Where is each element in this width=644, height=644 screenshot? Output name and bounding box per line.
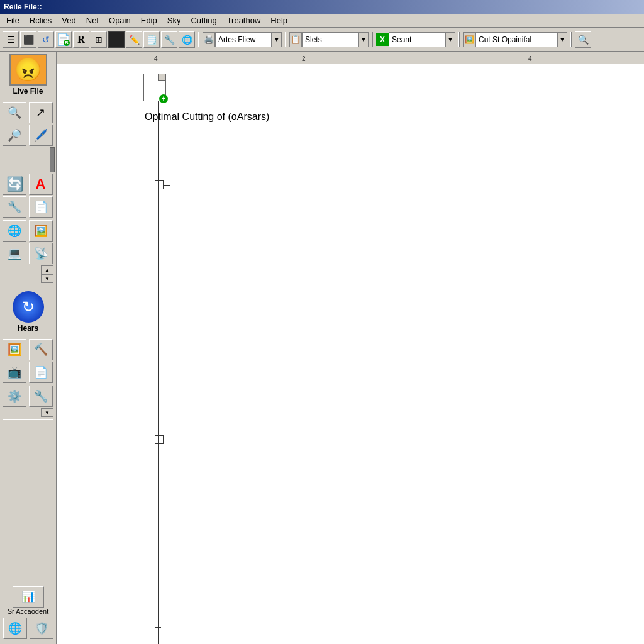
combo-artes: 🖨️ Artes Fliew ▼ bbox=[203, 32, 282, 47]
sidebar-divider-2 bbox=[3, 419, 53, 420]
combo-cut-icon: 🖼️ bbox=[463, 32, 475, 47]
menu-sky[interactable]: Sky bbox=[162, 14, 186, 26]
sidebar-tools-3: 🌐 🖼️ 💻 📡 bbox=[0, 219, 56, 265]
canvas-title: Optimal Cutting of (oArsars) bbox=[145, 111, 269, 123]
tool-rotate[interactable]: 🔄 bbox=[3, 174, 26, 195]
scroll-up[interactable]: ▲ bbox=[41, 265, 53, 274]
doc-green-plus: + bbox=[159, 94, 168, 103]
tool-globe2[interactable]: 🌐 bbox=[3, 220, 26, 242]
tool-pic[interactable]: 🖼️ bbox=[29, 220, 53, 242]
title-text: Reile File:: bbox=[4, 3, 42, 11]
combo-slets-icon: 📋 bbox=[289, 32, 302, 47]
doc-page: + bbox=[143, 74, 166, 101]
combo-seant-icon: X bbox=[376, 33, 389, 46]
toolbar-btn-4[interactable]: 📄 R bbox=[55, 31, 72, 48]
combo-slets-text[interactable]: Slets bbox=[302, 32, 358, 47]
menu-opain[interactable]: Opain bbox=[104, 14, 136, 26]
footer-icon-main[interactable]: 📊 bbox=[13, 586, 44, 608]
toolbar-btn-6[interactable]: 🔧 bbox=[161, 31, 177, 48]
combo-cut-arrow[interactable]: ▼ bbox=[557, 32, 567, 47]
toolbar-btn-r[interactable]: R bbox=[73, 31, 89, 48]
accaodent-label: Sr Accaodent bbox=[8, 608, 48, 615]
sidebar: 😠 Live File 🔍 ↗ 🔎 🖊️ 🔄 A 🔧 📄 🌐 🖼️ 💻 bbox=[0, 52, 57, 644]
tool-magnify[interactable]: 🔍 bbox=[3, 102, 26, 123]
combo-seant-arrow[interactable]: ▼ bbox=[445, 32, 455, 47]
tool-antenna[interactable]: 📡 bbox=[29, 243, 53, 264]
h-tick-lower bbox=[155, 627, 161, 628]
sidebar-tools-1: 🔍 ↗ 🔎 🖊️ bbox=[0, 101, 56, 147]
menu-net[interactable]: Net bbox=[81, 14, 104, 26]
toolbar-btn-2[interactable]: ⬛ bbox=[20, 31, 36, 48]
menu-treathow[interactable]: Treathow bbox=[222, 14, 266, 26]
combo-slets: 📋 Slets ▼ bbox=[289, 32, 369, 47]
toolbar-sep-1 bbox=[198, 32, 199, 47]
footer-icon-row: 🌐 🛡️ bbox=[3, 618, 53, 639]
ruler-top: 4 2 4 bbox=[57, 52, 644, 64]
rect-marker-bottom bbox=[155, 435, 164, 444]
live-file-label: Live File bbox=[13, 87, 43, 96]
menu-edip[interactable]: Edip bbox=[136, 14, 162, 26]
h-tick-mid bbox=[155, 291, 161, 291]
combo-cut-text[interactable]: Cut St Opainifal bbox=[475, 32, 557, 47]
scroll-handle[interactable] bbox=[50, 147, 55, 172]
menu-file[interactable]: File bbox=[1, 14, 25, 26]
combo-artes-text[interactable]: Artes Fliew bbox=[215, 32, 272, 47]
scroll-arrows: ▲ ▼ bbox=[0, 265, 56, 283]
combo-cut: 🖼️ Cut St Opainifal ▼ bbox=[463, 32, 567, 47]
rect-marker-top bbox=[155, 180, 164, 189]
bottom-down-arrow[interactable]: ▼ bbox=[41, 408, 53, 417]
toolbar-btn-1[interactable]: ☰ bbox=[3, 31, 19, 48]
tool-wrench2[interactable]: 🔧 bbox=[29, 386, 53, 407]
menu-help[interactable]: Help bbox=[265, 14, 292, 26]
combo-seant-text[interactable]: Seant bbox=[389, 32, 445, 47]
tool-bottom-3[interactable]: 📺 bbox=[3, 362, 26, 383]
document-icon: + bbox=[143, 74, 166, 101]
tool-bottom-4[interactable]: 📄 bbox=[29, 362, 53, 383]
ruler-mark-2: 2 bbox=[302, 55, 306, 62]
menu-cutting[interactable]: Cutting bbox=[186, 14, 221, 26]
toolbar-btn-5[interactable]: 🗒️ bbox=[143, 31, 160, 48]
sidebar-top: 😠 Live File bbox=[0, 52, 56, 101]
tool-bottom-1[interactable]: 🖼️ bbox=[3, 339, 26, 360]
menu-bar: File Rclies Ved Net Opain Edip Sky Cutti… bbox=[0, 14, 644, 28]
sidebar-divider-1 bbox=[3, 286, 53, 286]
tool-zoom-out[interactable]: 🔎 bbox=[3, 125, 26, 146]
vertical-line bbox=[158, 77, 159, 644]
tool-doc2[interactable]: 📄 bbox=[29, 196, 53, 218]
tool-bottom-2[interactable]: 🔨 bbox=[29, 339, 53, 360]
ruler-mark-4-right: 4 bbox=[528, 55, 532, 62]
tool-pen[interactable]: 🖊️ bbox=[29, 125, 53, 146]
toolbar-sep-2 bbox=[285, 32, 286, 47]
toolbar-btn-3[interactable]: ↺ bbox=[38, 31, 54, 48]
toolbar-btn-globe[interactable]: 🌐 bbox=[179, 31, 195, 48]
scroll-hint bbox=[0, 147, 56, 172]
combo-artes-arrow[interactable]: ▼ bbox=[272, 32, 282, 47]
tool-wrench[interactable]: 🔧 bbox=[3, 196, 26, 218]
canvas-content: + Optimal Cutting of (oArsars) bbox=[57, 64, 644, 644]
ruler-mark-4-left: 4 bbox=[154, 55, 158, 62]
sidebar-tools-2: 🔄 A 🔧 📄 bbox=[0, 172, 56, 219]
avatar: 😠 bbox=[9, 54, 47, 86]
toolbar-btn-black[interactable] bbox=[108, 31, 125, 48]
toolbar-btn-search[interactable]: 🔍 bbox=[575, 31, 591, 48]
combo-slets-arrow[interactable]: ▼ bbox=[358, 32, 369, 47]
combo-seant: X Seant ▼ bbox=[376, 32, 455, 47]
h-tick-bottom bbox=[164, 440, 170, 440]
tool-text[interactable]: A bbox=[29, 174, 53, 195]
footer-globe[interactable]: 🌐 bbox=[3, 618, 27, 639]
tool-arrow[interactable]: ↗ bbox=[29, 102, 53, 123]
menu-rclies[interactable]: Rclies bbox=[25, 14, 57, 26]
tool-gear[interactable]: ⚙️ bbox=[3, 386, 26, 407]
footer-shield[interactable]: 🛡️ bbox=[30, 618, 53, 639]
toolbar-sep-3 bbox=[372, 32, 373, 47]
toolbar: ☰ ⬛ ↺ 📄 R R ⊞ ✏️ 🗒️ 🔧 🌐 🖨️ Artes Fliew ▼… bbox=[0, 28, 644, 52]
menu-ved[interactable]: Ved bbox=[57, 14, 80, 26]
toolbar-sep-5 bbox=[570, 32, 572, 47]
toolbar-btn-pencil[interactable]: ✏️ bbox=[126, 31, 142, 48]
sidebar-bottom-tools: 🖼️ 🔨 📺 📄 bbox=[0, 338, 56, 384]
h-tick-top bbox=[164, 185, 170, 186]
scroll-down[interactable]: ▼ bbox=[41, 274, 53, 283]
tool-pc[interactable]: 💻 bbox=[3, 243, 26, 264]
toolbar-btn-grid[interactable]: ⊞ bbox=[91, 31, 107, 48]
sidebar-bottom-tools-2: ⚙️ 🔧 bbox=[0, 384, 56, 408]
